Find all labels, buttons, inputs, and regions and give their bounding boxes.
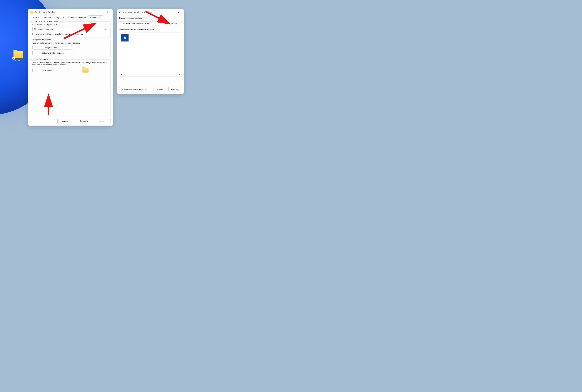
cancel-button[interactable]: Cancelar: [76, 119, 92, 123]
restore-default-image-button[interactable]: Restaurar predeterminado: [33, 51, 72, 55]
optimize-value: Elementos generales: [34, 28, 53, 30]
group-folder-icons: Iconos de carpeta Puede cambiar el icono…: [30, 59, 111, 116]
search-icons-label: Buscar iconos en este archivo:: [119, 17, 182, 19]
change-icon-button[interactable]: Cambiar icono...: [33, 68, 69, 72]
icon-list[interactable]: A ◄ ►: [119, 32, 182, 76]
icon-letter: A: [124, 36, 126, 40]
scroll-left-icon[interactable]: ◄: [120, 73, 122, 76]
choose-file-button[interactable]: Elegir archivo...: [33, 45, 72, 50]
optimize-select[interactable]: Elementos generales ⌄: [33, 27, 108, 31]
close-icon[interactable]: ✕: [176, 9, 182, 15]
change-icon-dialog: Cambiar icono para la carpeta Prueba ✕ B…: [117, 9, 184, 94]
group-folder-icons-legend: Iconos de carpeta: [32, 58, 49, 60]
change-icon-footer: Restaurar predeterminados Aceptar Cancel…: [117, 85, 184, 94]
restore-defaults-button[interactable]: Restaurar predeterminados: [119, 87, 149, 91]
tab-customize[interactable]: Personalizar: [88, 16, 103, 20]
tab-previous-versions[interactable]: Versiones anteriores: [66, 15, 88, 20]
folder-images-desc: Elija un archivo para mostrar en este ic…: [33, 42, 108, 44]
folder-icon: ✓: [14, 51, 23, 58]
folder-mini-icon: [30, 11, 33, 14]
titlebar-properties: Propiedades: Prueba ✕: [28, 9, 113, 15]
desktop-folder-shortcut[interactable]: ✓ Prueba: [12, 51, 25, 62]
tab-general[interactable]: General: [30, 15, 41, 20]
optimize-label: Optimizar esta carpeta para:: [33, 23, 108, 26]
apply-subfolders-checkbox[interactable]: [33, 33, 35, 36]
apply-button[interactable]: Aplicar: [94, 119, 111, 123]
icon-list-scrollbar[interactable]: ◄ ►: [120, 73, 181, 76]
scroll-right-icon[interactable]: ►: [179, 73, 181, 76]
titlebar-change-icon: Cambiar icono para la carpeta Prueba ✕: [117, 9, 184, 15]
cancel-button[interactable]: Cancelar: [168, 87, 182, 91]
group-folder-kind-legend: ¿Qué clase de carpeta desea?: [32, 20, 60, 22]
browse-button[interactable]: Examinar...: [166, 21, 182, 26]
desktop-shortcut-label: Prueba: [15, 59, 22, 62]
apply-subfolders-label: Aplicar también esta plantilla a todas l…: [36, 33, 83, 35]
group-folder-images-legend: Imágenes de carpeta: [32, 38, 52, 41]
change-icon-title: Cambiar icono para la carpeta Prueba: [119, 11, 174, 14]
properties-title: Propiedades: Prueba: [35, 11, 103, 14]
tab-share[interactable]: Compartir: [41, 15, 53, 20]
select-icon-label: Seleccione un icono de la lista siguient…: [119, 28, 182, 30]
icon-file-path-input[interactable]: [119, 21, 165, 25]
close-icon[interactable]: ✕: [104, 9, 111, 15]
apply-subfolders-row[interactable]: Aplicar también esta plantilla a todas l…: [33, 33, 108, 36]
accept-button[interactable]: Aceptar: [154, 87, 167, 91]
change-icon-pane: Buscar iconos en este archivo: Examinar.…: [117, 15, 184, 85]
chevron-down-icon: ⌄: [105, 28, 107, 30]
icon-option-a[interactable]: A: [121, 34, 129, 42]
current-icon-preview: [83, 68, 89, 72]
properties-dialog: Propiedades: Prueba ✕ General Compartir …: [28, 9, 113, 126]
file-path-row: Examinar...: [119, 21, 182, 26]
tab-security[interactable]: Seguridad: [53, 15, 66, 20]
accept-button[interactable]: Aceptar: [58, 119, 74, 123]
folder-icons-desc: Puede cambiar el icono de la carpeta, au…: [33, 61, 108, 66]
sync-check-badge: ✓: [12, 57, 15, 60]
customize-pane: ¿Qué clase de carpeta desea? Optimizar e…: [28, 20, 113, 117]
group-folder-kind: ¿Qué clase de carpeta desea? Optimizar e…: [30, 21, 111, 38]
properties-footer: Aceptar Cancelar Aplicar: [28, 117, 113, 126]
tabs-row: General Compartir Seguridad Versiones an…: [28, 15, 113, 20]
group-folder-images: Imágenes de carpeta Elija un archivo par…: [30, 40, 111, 57]
